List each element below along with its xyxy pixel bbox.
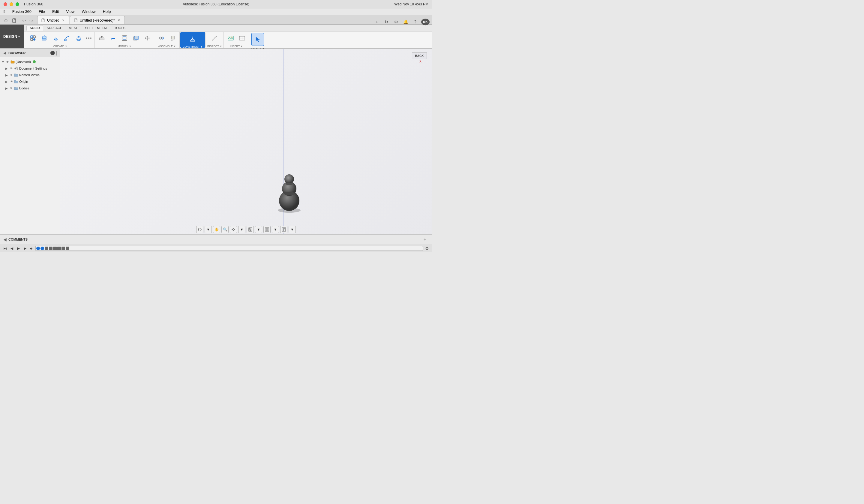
user-avatar[interactable]: KK — [421, 19, 430, 25]
grid-menu-button[interactable]: ⊙ — [2, 17, 10, 24]
tree-item-unsaved[interactable]: ▼ 👁 (Unsaved) — [0, 59, 60, 65]
inspect-label: INSPECT — [207, 45, 219, 48]
sweep-button[interactable] — [62, 33, 73, 44]
shell-button[interactable] — [119, 33, 130, 44]
timeline-marker-6 — [66, 247, 69, 250]
modify-icons — [96, 33, 153, 44]
settings-button[interactable]: ⚙ — [392, 18, 400, 25]
grid-button[interactable] — [263, 226, 271, 233]
tab-close-button[interactable]: ✕ — [61, 18, 65, 23]
timeline-node-2[interactable] — [40, 247, 44, 250]
menu-file[interactable]: File — [37, 9, 46, 14]
ribbon-group-insert: INSERT ▼ — [224, 32, 249, 48]
timeline-skip-forward-button[interactable]: ⏭ — [29, 246, 34, 251]
tree-item-bodies[interactable]: ▶ 👁 Bodies — [0, 85, 60, 92]
orbit-dropdown-button[interactable]: ▼ — [205, 226, 212, 233]
minimize-window-button[interactable] — [10, 2, 13, 6]
select-button[interactable] — [251, 33, 264, 46]
new-file-button[interactable] — [11, 17, 18, 24]
combine-button[interactable] — [131, 33, 141, 44]
tree-item-origin[interactable]: ▶ 👁 Origin — [0, 78, 60, 85]
menu-view[interactable]: View — [65, 9, 75, 14]
fillet-button[interactable] — [108, 33, 119, 44]
design-dropdown-button[interactable]: DESIGN ▼ — [0, 25, 24, 48]
eye-icon-named-views[interactable]: 👁 — [9, 73, 13, 77]
tab-tools[interactable]: TOOLS — [111, 25, 128, 30]
look-at-button[interactable] — [230, 226, 237, 233]
zoom-button[interactable]: 🔍 — [221, 226, 229, 233]
joint-button[interactable] — [156, 33, 167, 44]
zoom-dropdown-button[interactable]: ▼ — [238, 226, 245, 233]
construct-plane-button[interactable] — [187, 33, 198, 44]
canvas-button[interactable] — [237, 33, 248, 44]
grid-dropdown-button[interactable]: ▼ — [272, 226, 279, 233]
redo-button[interactable]: ↪ — [27, 17, 35, 24]
nav-cube[interactable]: BACK X — [410, 52, 429, 71]
extrude-button[interactable] — [39, 33, 50, 44]
nav-cube-back-face[interactable]: BACK — [412, 52, 427, 59]
tab-doc-icon — [41, 18, 45, 23]
viewport[interactable]: BACK X ▼ ✋ 🔍 — [60, 49, 432, 234]
new-component-button[interactable] — [27, 33, 38, 44]
timeline-prev-button[interactable]: ◀ — [9, 246, 14, 251]
timeline-track[interactable] — [35, 246, 423, 251]
measure-display-button[interactable] — [280, 226, 287, 233]
eye-icon-origin[interactable]: 👁 — [9, 80, 13, 84]
menu-edit[interactable]: Edit — [51, 9, 60, 14]
insert-image-button[interactable] — [225, 33, 236, 44]
svg-rect-4 — [33, 36, 35, 38]
measure-dropdown-button[interactable]: ▼ — [289, 226, 296, 233]
loft-button[interactable] — [73, 33, 84, 44]
comments-collapse-button[interactable]: ◀ — [2, 237, 7, 242]
comments-add-button[interactable]: + — [422, 237, 427, 242]
revolve-button[interactable] — [50, 33, 61, 44]
menu-apple[interactable]:  — [2, 9, 6, 14]
browser-settings-button[interactable]: ⚫ — [50, 51, 55, 56]
eye-icon-unsaved[interactable]: 👁 — [5, 60, 10, 64]
add-tab-button[interactable]: + — [373, 18, 381, 25]
tab-recovered-close-button[interactable]: ✕ — [117, 18, 121, 23]
viewport-bottom-toolbar: ▼ ✋ 🔍 ▼ — [60, 225, 432, 234]
timeline-play-button[interactable]: ▶ — [16, 246, 21, 251]
timeline-node-1[interactable] — [36, 247, 40, 250]
timeline-next-button[interactable]: ▶ — [22, 246, 27, 251]
eye-icon-bodies[interactable]: 👁 — [9, 86, 13, 90]
menu-app[interactable]: Fusion 360 — [11, 9, 33, 14]
tab-untitled[interactable]: Untitled ✕ — [37, 16, 69, 24]
fullscreen-window-button[interactable] — [16, 2, 19, 6]
menu-window[interactable]: Window — [80, 9, 97, 14]
tab-solid[interactable]: SOLID — [26, 25, 43, 31]
tab-surface[interactable]: SURFACE — [44, 25, 65, 30]
timeline: ⏮ ◀ ▶ ▶ ⏭ ⚙ — [0, 244, 432, 252]
close-window-button[interactable] — [3, 2, 7, 6]
app-menu-item[interactable]: Fusion 360 — [24, 2, 43, 6]
tab-recovered[interactable]: Untitled (~recovered)* ✕ — [70, 16, 125, 24]
timeline-skip-back-button[interactable]: ⏮ — [2, 246, 8, 251]
tree-item-named-views[interactable]: ▶ 👁 Named Views — [0, 72, 60, 78]
display-dropdown-button[interactable]: ▼ — [255, 226, 262, 233]
tree-item-document-settings[interactable]: ▶ 👁 Document Settings — [0, 65, 60, 72]
comments-resize-handle[interactable]: | — [429, 237, 430, 242]
tab-sheet-metal[interactable]: SHEET METAL — [82, 25, 110, 30]
undo-button[interactable]: ↩ — [21, 17, 27, 24]
browser-collapse-button[interactable]: ◀ — [2, 51, 7, 56]
help-button[interactable]: ? — [411, 18, 419, 25]
svg-point-45 — [284, 192, 295, 195]
viewport-grid — [60, 49, 432, 234]
orbit-button[interactable] — [196, 226, 203, 233]
notifications-button[interactable]: 🔔 — [402, 18, 409, 25]
tab-mesh[interactable]: MESH — [66, 25, 82, 30]
press-pull-button[interactable] — [96, 33, 107, 44]
eye-icon-doc-settings[interactable]: 👁 — [9, 66, 13, 71]
move-button[interactable] — [142, 33, 153, 44]
menu-help[interactable]: Help — [102, 9, 112, 14]
pan-button[interactable]: ✋ — [213, 226, 220, 233]
browser-resize-handle[interactable]: | — [56, 51, 57, 56]
refresh-button[interactable]: ↻ — [383, 18, 390, 25]
measure-button[interactable] — [209, 33, 220, 44]
display-mode-button[interactable] — [247, 226, 254, 233]
create-more-button[interactable] — [85, 34, 93, 42]
timeline-settings-button[interactable]: ⚙ — [424, 246, 430, 251]
timeline-playhead[interactable] — [45, 246, 45, 251]
ground-button[interactable] — [167, 33, 178, 44]
